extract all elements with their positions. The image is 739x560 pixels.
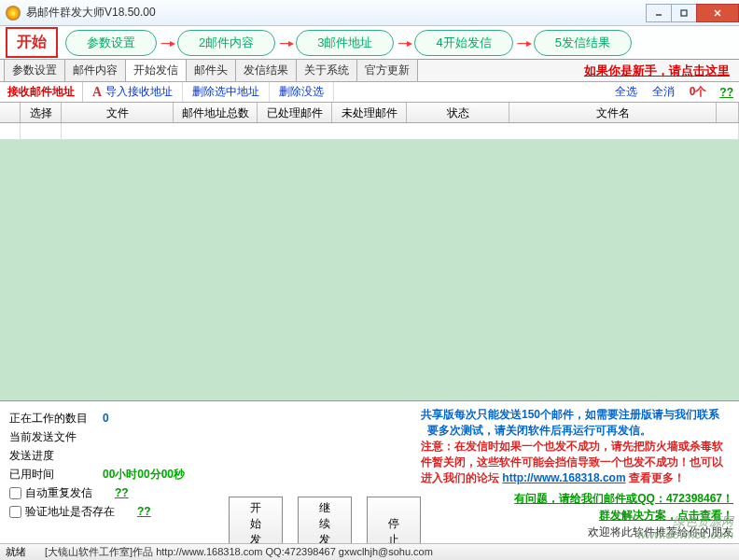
tab-strip: 参数设置 邮件内容 开始发信 邮件头 发信结果 关于系统 官方更新 如果你是新手… [0, 60, 739, 82]
col-scroll [717, 103, 739, 122]
svg-rect-1 [681, 10, 687, 16]
tab-content[interactable]: 邮件内容 [64, 59, 126, 81]
toolbar-header: 接收邮件地址 [0, 82, 83, 102]
minimize-button[interactable] [646, 4, 672, 22]
auto-resend-input[interactable] [9, 487, 21, 499]
window-controls [647, 4, 739, 22]
tab-update[interactable]: 官方更新 [356, 59, 418, 81]
table-row[interactable] [0, 123, 739, 140]
warning-text: 注意：在发信时如果一个也发不成功，请先把防火墙或杀毒软件暂关闭，这些软件可能会挡… [421, 439, 733, 486]
arrow-icon: -----▸ [279, 36, 292, 49]
table-body[interactable] [0, 123, 739, 401]
close-button[interactable] [696, 4, 739, 22]
tab-about[interactable]: 关于系统 [296, 59, 357, 81]
step-1[interactable]: 参数设置 [65, 30, 157, 56]
auto-resend-checkbox[interactable]: 自动重复发信?? [9, 483, 210, 502]
arrow-icon: -----▸ [397, 36, 411, 49]
col-status[interactable]: 状态 [407, 103, 509, 122]
col-select[interactable]: 选择 [21, 103, 62, 122]
help-link[interactable]: ?? [714, 86, 739, 99]
tab-params[interactable]: 参数设置 [4, 59, 65, 81]
col-file[interactable]: 文件 [62, 103, 174, 122]
working-value: 0 [103, 409, 109, 427]
address-toolbar: 接收邮件地址 A导入接收地址 删除选中地址 删除没选 全选 全消 0个 ?? [0, 82, 739, 103]
elapsed-label: 已用时间 [9, 465, 103, 483]
step-2[interactable]: 2邮件内容 [177, 30, 275, 56]
start-label: 开始 [6, 27, 58, 58]
contact-link[interactable]: 有问题，请给我们邮件或QQ：472398467！ [421, 490, 733, 507]
tab-results[interactable]: 发信结果 [235, 59, 297, 81]
letter-a-icon: A [92, 85, 102, 100]
status-pane: 正在工作的数目0 当前发送文件 发送进度 已用时间00小时00分00秒 自动重复… [0, 403, 219, 543]
bottom-panel: 正在工作的数目0 当前发送文件 发送进度 已用时间00小时00分00秒 自动重复… [0, 403, 739, 543]
step-bar: 开始 参数设置 -----▸ 2邮件内容 -----▸ 3邮件地址 -----▸… [0, 26, 739, 60]
step-5[interactable]: 5发信结果 [534, 30, 632, 56]
col-blank [0, 103, 21, 122]
delete-unselected-button[interactable]: 删除没选 [270, 82, 334, 102]
window-title: 易邮件群发大师V18.50.00 [26, 5, 647, 21]
newbie-link[interactable]: 如果你是新手，请点击这里 [584, 63, 730, 79]
address-count: 0个 [682, 84, 715, 100]
col-processed[interactable]: 已处理邮件 [258, 103, 332, 122]
arrow-icon: -----▸ [160, 36, 174, 49]
app-icon [6, 6, 21, 21]
progress-label: 发送进度 [9, 446, 103, 465]
status-bar: 就绪 [大镜山软件工作室]作品 http://www.168318.com QQ… [0, 543, 739, 560]
status-credit: [大镜山软件工作室]作品 http://www.168318.com QQ:47… [45, 545, 733, 559]
col-total[interactable]: 邮件地址总数 [174, 103, 258, 122]
clear-all-link[interactable]: 全消 [645, 84, 682, 100]
current-file-label: 当前发送文件 [9, 427, 103, 446]
maximize-button[interactable] [671, 4, 697, 22]
elapsed-value: 00小时00分00秒 [103, 465, 185, 483]
help-icon[interactable]: ?? [137, 502, 151, 521]
select-all-link[interactable]: 全选 [607, 84, 645, 100]
title-bar: 易邮件群发大师V18.50.00 [0, 0, 739, 26]
tab-start-send[interactable]: 开始发信 [125, 59, 187, 81]
tab-headers[interactable]: 邮件头 [186, 59, 236, 81]
delete-selected-button[interactable]: 删除选中地址 [183, 82, 270, 102]
status-ready: 就绪 [6, 545, 45, 559]
help-icon[interactable]: ?? [115, 483, 129, 502]
table-header: 选择 文件 邮件地址总数 已处理邮件 未处理邮件 状态 文件名 [0, 103, 739, 123]
step-4[interactable]: 4开始发信 [414, 30, 512, 56]
verify-addr-input[interactable] [9, 506, 21, 518]
arrow-icon: -----▸ [517, 36, 530, 49]
working-label: 正在工作的数目 [9, 409, 103, 427]
import-label: 导入接收地址 [105, 84, 173, 100]
watermark: 绿色资源网 www.downcc.com [637, 515, 733, 541]
verify-addr-checkbox[interactable]: 验证地址是否存在?? [9, 502, 210, 521]
forum-link[interactable]: http://www.168318.com [502, 471, 625, 484]
col-filename[interactable]: 文件名 [509, 103, 717, 122]
step-3[interactable]: 3邮件地址 [296, 30, 394, 56]
action-pane: 开始发信 继续发信 停止 [219, 403, 421, 543]
col-unprocessed[interactable]: 未处理邮件 [332, 103, 407, 122]
import-address-button[interactable]: A导入接收地址 [83, 82, 183, 102]
notice-text: 共享版每次只能发送150个邮件，如需要注册版请与我们联系 要多次测试，请关闭软件… [421, 407, 733, 439]
